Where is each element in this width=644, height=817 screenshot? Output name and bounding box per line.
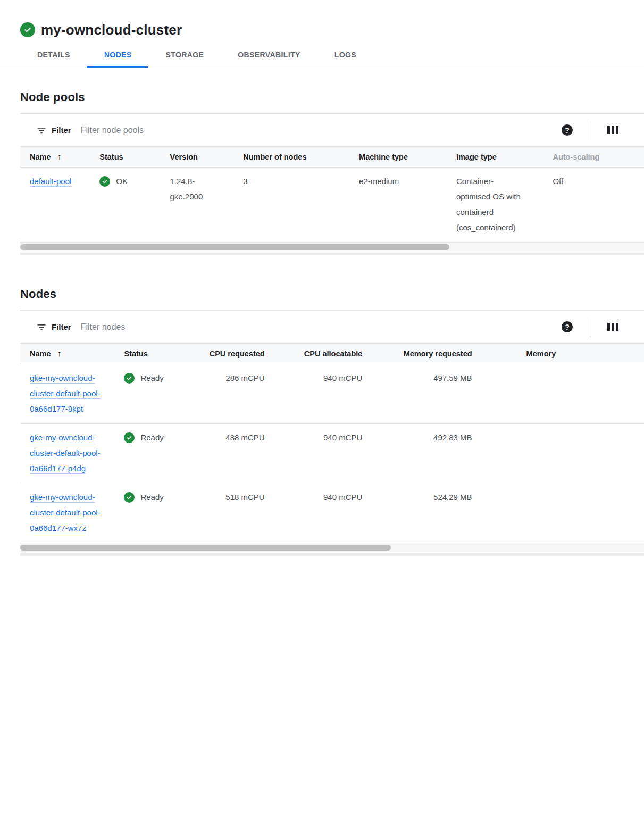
node-memory-allocatable (472, 364, 644, 424)
node-status: Ready (124, 489, 178, 505)
node-pools-toolbar-actions: ? (562, 120, 618, 140)
node-link[interactable]: gke-my-owncloud-cluster-default-pool-0a6… (30, 489, 111, 536)
node-status: Ready (124, 430, 178, 445)
nodes-section-title: Nodes (20, 287, 644, 301)
node-pools-section-title: Node pools (20, 90, 644, 104)
node-memory-allocatable (472, 424, 644, 483)
node-cpu-allocatable: 940 mCPU (265, 483, 363, 543)
filter-label: Filter (52, 126, 71, 135)
page-title: my-owncloud-cluster (41, 22, 182, 38)
tab-observability[interactable]: OBSERVABILITY (221, 43, 317, 68)
tab-bar: DETAILS NODES STORAGE OBSERVABILITY LOGS (0, 43, 644, 68)
tab-details[interactable]: DETAILS (20, 43, 87, 68)
node-pools-card: Filter ? Name↑ Status Version (20, 113, 644, 251)
nodes-table: Name↑ Status CPU requested CPU allocatab… (20, 343, 644, 543)
gke-cluster-page: my-owncloud-cluster DETAILS NODES STORAG… (0, 0, 644, 556)
node-link[interactable]: gke-my-owncloud-cluster-default-pool-0a6… (30, 370, 111, 416)
column-header-memory-requested[interactable]: Memory requested (362, 344, 472, 364)
column-header-machine-type[interactable]: Machine type (349, 147, 447, 168)
nodes-card-bottom-edge (20, 553, 644, 556)
sort-ascending-icon: ↑ (57, 349, 62, 358)
node-pool-row: default-pool OK 1.24.8-gke.2000 3 e2-me (20, 168, 644, 243)
node-pools-horizontal-scrollbar (20, 242, 644, 251)
node-pools-table: Name↑ Status Version Number of nodes Mac… (20, 146, 644, 242)
filter-icon (36, 125, 47, 136)
node-row: gke-my-owncloud-cluster-default-pool-0a6… (20, 364, 644, 424)
tab-storage[interactable]: STORAGE (148, 43, 221, 68)
nodes-header-row: Name↑ Status CPU requested CPU allocatab… (20, 344, 644, 364)
nodes-horizontal-scrollbar (20, 543, 644, 552)
nodes-scrollbar-thumb[interactable] (20, 545, 391, 551)
tab-nodes[interactable]: NODES (87, 43, 149, 68)
node-memory-requested: 524.29 MB (362, 483, 472, 543)
node-memory-requested: 497.59 MB (362, 364, 472, 424)
node-pools-header-row: Name↑ Status Version Number of nodes Mac… (20, 147, 644, 168)
filter-icon (36, 322, 47, 332)
column-header-image-type[interactable]: Image type (447, 147, 543, 168)
column-header-cpu-requested[interactable]: CPU requested (178, 344, 265, 364)
nodes-toolbar-actions: ? (562, 317, 618, 337)
node-pool-image-type: Container-optimised OS with containerd (… (456, 173, 523, 235)
node-pools-toolbar: Filter ? (20, 114, 644, 146)
node-memory-requested: 492.83 MB (362, 424, 472, 483)
node-link[interactable]: gke-my-owncloud-cluster-default-pool-0a6… (30, 430, 111, 476)
node-cpu-allocatable: 940 mCPU (265, 424, 363, 483)
toolbar-divider (590, 317, 590, 337)
node-pool-link[interactable]: default-pool (30, 173, 71, 189)
column-header-name[interactable]: Name↑ (20, 344, 114, 364)
node-pool-machine-type: e2-medium (349, 168, 447, 243)
node-pool-version: 1.24.8-gke.2000 (170, 173, 207, 204)
node-cpu-requested: 518 mCPU (178, 483, 265, 543)
column-display-icon[interactable] (607, 126, 618, 134)
status-ready-check-icon (124, 432, 135, 443)
column-header-auto-scaling[interactable]: Auto-scaling (543, 147, 644, 168)
cluster-header: my-owncloud-cluster (20, 0, 644, 40)
column-header-name[interactable]: Name↑ (20, 147, 90, 168)
node-pools-scrollbar-thumb[interactable] (20, 244, 449, 250)
nodes-filter-input[interactable] (81, 322, 562, 332)
node-pools-card-bottom-edge (20, 253, 644, 255)
help-icon[interactable]: ? (562, 124, 573, 136)
column-header-cpu-allocatable[interactable]: CPU allocatable (265, 344, 363, 364)
node-pools-table-container: Name↑ Status Version Number of nodes Mac… (20, 146, 644, 242)
column-display-icon[interactable] (607, 323, 618, 331)
node-status-text: Ready (140, 430, 163, 445)
node-status-text: Ready (140, 489, 163, 505)
node-memory-allocatable (472, 483, 644, 543)
status-ready-check-icon (124, 492, 135, 503)
status-ready-check-icon (124, 373, 135, 384)
node-status: Ready (124, 370, 178, 386)
filter-label: Filter (52, 322, 71, 331)
status-ok-check-icon (99, 176, 110, 187)
cluster-status-check-icon (20, 22, 35, 37)
help-icon[interactable]: ? (562, 321, 573, 332)
node-cpu-requested: 286 mCPU (178, 364, 265, 424)
node-cpu-allocatable: 940 mCPU (265, 364, 363, 424)
tab-logs[interactable]: LOGS (317, 43, 373, 68)
node-pool-auto-scaling: Off (543, 168, 644, 243)
node-row: gke-my-owncloud-cluster-default-pool-0a6… (20, 424, 644, 483)
nodes-table-container: Name↑ Status CPU requested CPU allocatab… (20, 343, 644, 543)
column-header-number-of-nodes[interactable]: Number of nodes (233, 147, 349, 168)
column-header-memory-allocatable[interactable]: Memory (472, 344, 644, 364)
node-pool-status-text: OK (116, 173, 128, 189)
node-cpu-requested: 488 mCPU (178, 424, 265, 483)
nodes-toolbar: Filter ? (20, 311, 644, 343)
node-pool-node-count: 3 (233, 168, 349, 243)
column-header-version[interactable]: Version (161, 147, 234, 168)
sort-ascending-icon: ↑ (57, 152, 62, 161)
column-header-status[interactable]: Status (90, 147, 160, 168)
toolbar-divider (590, 120, 590, 140)
node-row: gke-my-owncloud-cluster-default-pool-0a6… (20, 483, 644, 543)
node-pools-filter-input[interactable] (81, 126, 562, 135)
node-status-text: Ready (140, 370, 163, 386)
column-header-status[interactable]: Status (114, 344, 178, 364)
nodes-card: Filter ? Name↑ Status CPU requested (20, 310, 644, 552)
node-pool-status: OK (99, 173, 160, 189)
